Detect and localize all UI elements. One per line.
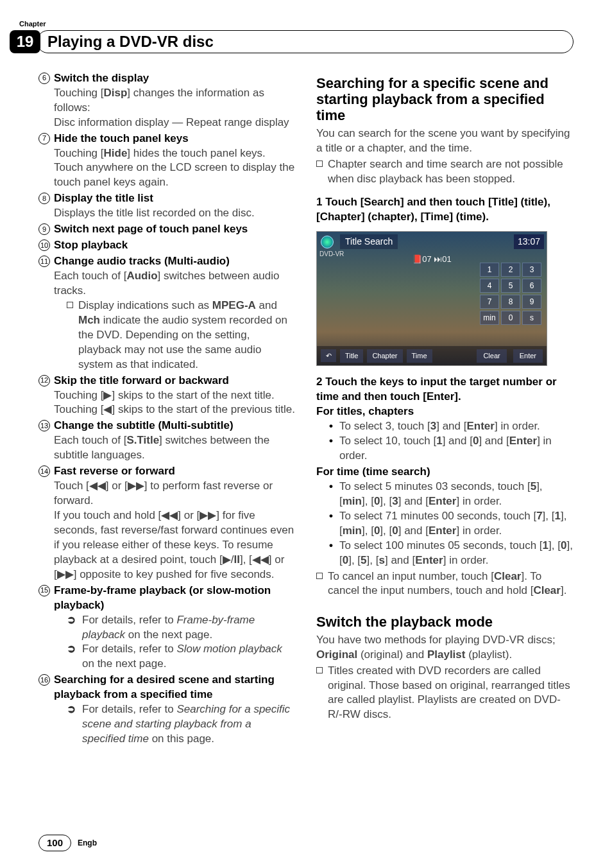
list-item-text: To select 5 minutes 03 seconds, touch [5… bbox=[339, 480, 574, 509]
item-number-icon: 8 bbox=[38, 193, 50, 204]
keypad-key[interactable]: 6 bbox=[522, 279, 541, 293]
keypad-key[interactable]: s bbox=[522, 311, 541, 325]
item-body-text: Touching [▶] skips to the start of the n… bbox=[54, 388, 296, 418]
numbered-item: 15Frame-by-frame playback (or slow-motio… bbox=[38, 584, 296, 672]
title-search-screenshot: Title Search 13:07 DVD-VR 📕07 ⏭01 123456… bbox=[316, 231, 547, 366]
arrow-bullet-icon: ➲ bbox=[67, 642, 78, 672]
switch-mode-heading: Switch the playback mode bbox=[316, 614, 574, 630]
item-title: Change audio tracks (Multi-audio) bbox=[54, 254, 296, 269]
item-arrow-note: For details, refer to Frame-by-frame pla… bbox=[82, 613, 296, 643]
list-item: •To select 3, touch [3] and [Enter] in o… bbox=[316, 419, 574, 434]
left-column: 6Switch the displayTouching [Disp] chang… bbox=[38, 71, 296, 748]
keypad-key[interactable]: 1 bbox=[480, 263, 499, 277]
square-bullet-icon bbox=[316, 667, 323, 673]
numbered-item: 6Switch the displayTouching [Disp] chang… bbox=[38, 71, 296, 130]
numbered-item: 13Change the subtitle (Multi-subtitle)Ea… bbox=[38, 419, 296, 463]
tab-chapter[interactable]: Chapter bbox=[367, 349, 402, 363]
item-title: Switch next page of touch panel keys bbox=[54, 222, 296, 237]
screenshot-keypad: 123456789min0s bbox=[480, 263, 541, 325]
numbered-item: 16Searching for a desired scene and star… bbox=[38, 673, 296, 747]
item-number-icon: 9 bbox=[38, 223, 50, 235]
item-title: Hide the touch panel keys bbox=[54, 132, 296, 146]
item-arrow-note: For details, refer to Slow motion playba… bbox=[82, 642, 296, 672]
item-sub-note: Display indications such as MPEG-A and M… bbox=[78, 299, 296, 372]
item-body-text: Displays the title list recorded on the … bbox=[54, 206, 296, 221]
keypad-key[interactable]: 0 bbox=[501, 311, 520, 325]
dot-bullet-icon: • bbox=[329, 539, 339, 568]
item-title: Skip the title forward or backward bbox=[54, 374, 296, 388]
chapter-number-badge: 19 bbox=[10, 30, 40, 53]
screenshot-time: 13:07 bbox=[514, 234, 544, 249]
chapter-title-wrap: Playing a DVD-VR disc bbox=[37, 30, 574, 53]
list-item-text: To select 3, touch [3] and [Enter] in or… bbox=[339, 419, 540, 434]
dot-bullet-icon: • bbox=[329, 480, 339, 509]
item-body-text: Touching [Hide] hides the touch panel ke… bbox=[54, 146, 296, 191]
chapter-title: Playing a DVD-VR disc bbox=[47, 31, 214, 52]
disc-icon bbox=[321, 236, 334, 248]
list-item-text: To select 100 minutes 05 seconds, touch … bbox=[339, 539, 574, 568]
step-1-heading: 1 Touch [Search] and then touch [Title] … bbox=[316, 195, 574, 225]
square-bullet-icon bbox=[316, 161, 323, 167]
item-body-text: Touching [Disp] changes the information … bbox=[54, 86, 296, 130]
switch-mode-note: Titles created with DVD recorders are ca… bbox=[328, 664, 574, 723]
item-number-icon: 12 bbox=[38, 375, 50, 386]
page-number: 100 bbox=[38, 835, 71, 851]
arrow-bullet-icon: ➲ bbox=[67, 702, 78, 747]
keypad-key[interactable]: 5 bbox=[501, 279, 520, 293]
time-search-label: For time (time search) bbox=[316, 465, 574, 480]
right-column: Searching for a specific scene and start… bbox=[316, 71, 574, 748]
numbered-item: 8Display the title listDisplays the titl… bbox=[38, 191, 296, 221]
item-title: Searching for a desired scene and starti… bbox=[54, 673, 296, 702]
page-footer: 100 Engb bbox=[38, 835, 97, 851]
item-number-icon: 13 bbox=[38, 420, 50, 431]
item-title: Fast reverse or forward bbox=[54, 464, 296, 479]
search-intro: You can search for the scene you want by… bbox=[316, 126, 574, 156]
enter-button[interactable]: Enter bbox=[513, 349, 543, 363]
keypad-key[interactable]: 2 bbox=[501, 263, 520, 277]
keypad-key[interactable]: 9 bbox=[522, 295, 541, 309]
tab-title[interactable]: Title bbox=[340, 349, 363, 363]
dot-bullet-icon: • bbox=[329, 434, 339, 464]
titles-chapters-label: For titles, chapters bbox=[316, 404, 574, 419]
clear-note: To cancel an input number, touch [Clear]… bbox=[328, 569, 574, 599]
list-item: •To select 100 minutes 05 seconds, touch… bbox=[316, 539, 574, 568]
keypad-key[interactable]: 3 bbox=[522, 263, 541, 277]
back-icon[interactable]: ↶ bbox=[321, 349, 336, 362]
item-title: Change the subtitle (Multi-subtitle) bbox=[54, 419, 296, 433]
item-number-icon: 10 bbox=[38, 239, 50, 251]
language-label: Engb bbox=[78, 838, 97, 848]
list-item: •To select 71 minutes 00 seconds, touch … bbox=[316, 509, 574, 539]
keypad-key[interactable]: 4 bbox=[480, 279, 499, 293]
keypad-key[interactable]: 7 bbox=[480, 295, 499, 309]
square-bullet-icon bbox=[67, 302, 73, 308]
numbered-item: 7Hide the touch panel keysTouching [Hide… bbox=[38, 132, 296, 191]
list-item: •To select 5 minutes 03 seconds, touch [… bbox=[316, 480, 574, 509]
numbered-item: 14Fast reverse or forwardTouch [◀◀] or [… bbox=[38, 464, 296, 582]
item-number-icon: 14 bbox=[38, 465, 50, 477]
step-2-heading: 2 Touch the keys to input the target num… bbox=[316, 375, 574, 404]
switch-mode-intro: You have two methods for playing DVD-VR … bbox=[316, 633, 574, 663]
keypad-key[interactable]: 8 bbox=[501, 295, 520, 309]
chapter-label: Chapter bbox=[19, 19, 574, 29]
tab-time[interactable]: Time bbox=[407, 349, 432, 363]
keypad-key[interactable]: min bbox=[480, 311, 499, 325]
numbered-item: 9Switch next page of touch panel keys bbox=[38, 222, 296, 237]
item-arrow-note: For details, refer to Searching for a sp… bbox=[82, 702, 296, 747]
search-note: Chapter search and time search are not p… bbox=[328, 157, 574, 187]
screenshot-bottom-bar: ↶ Title Chapter Time Clear Enter bbox=[317, 346, 547, 365]
item-body-text: Each touch of [S.Title] switches between… bbox=[54, 433, 296, 463]
item-title: Stop playback bbox=[54, 238, 296, 253]
numbered-item: 12Skip the title forward or backwardTouc… bbox=[38, 374, 296, 418]
item-title: Switch the display bbox=[54, 71, 296, 86]
numbered-item: 10Stop playback bbox=[38, 238, 296, 253]
item-body-text: Each touch of [Audio] switches between a… bbox=[54, 269, 296, 299]
square-bullet-icon bbox=[316, 573, 323, 579]
list-item-text: To select 71 minutes 00 seconds, touch [… bbox=[339, 509, 574, 539]
screenshot-title: Title Search bbox=[340, 234, 398, 249]
search-section-heading: Searching for a specific scene and start… bbox=[316, 75, 574, 124]
clear-button[interactable]: Clear bbox=[477, 349, 506, 363]
item-number-icon: 11 bbox=[38, 256, 50, 267]
list-item: •To select 10, touch [1] and [0] and [En… bbox=[316, 434, 574, 464]
item-number-icon: 7 bbox=[38, 133, 50, 144]
numbered-item: 11Change audio tracks (Multi-audio)Each … bbox=[38, 254, 296, 372]
